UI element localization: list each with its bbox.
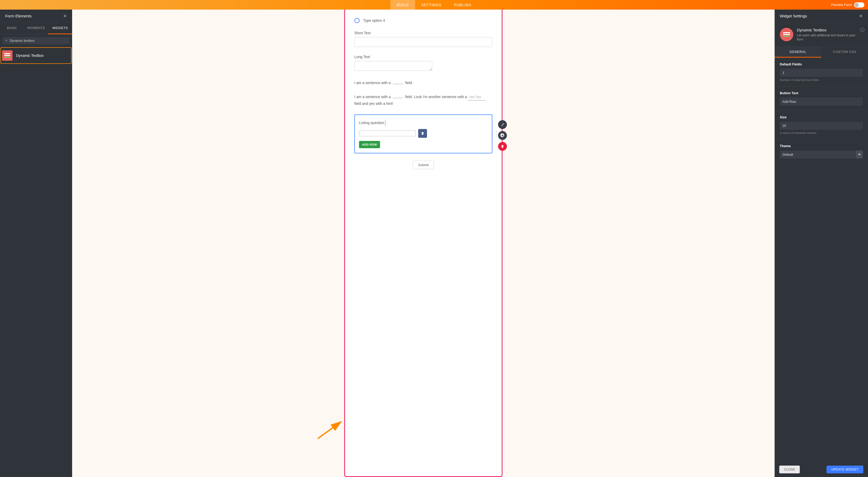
submit-button[interactable]: Submit — [413, 161, 434, 169]
blank-field[interactable] — [393, 98, 403, 98]
dynamic-textbox-icon — [780, 28, 793, 41]
dynamic-textbox-icon — [2, 50, 12, 61]
theme-label: Theme — [780, 144, 863, 148]
theme-dropdown-button[interactable] — [856, 151, 863, 158]
clear-search-icon[interactable]: ✕ — [5, 39, 7, 42]
button-text-input[interactable] — [780, 97, 863, 106]
settings-fab[interactable] — [498, 131, 507, 140]
right-tabs: GENERAL CUSTOM CSS — [775, 47, 868, 58]
theme-select[interactable] — [780, 151, 856, 158]
long-text-label: Long Text — [354, 55, 492, 59]
panel-header-left: Form Elements ✕ — [0, 9, 72, 23]
form-elements-title: Form Elements — [5, 14, 32, 18]
tab-payments[interactable]: PAYMENTS — [24, 23, 48, 34]
widget-settings-title: Widget Settings — [780, 14, 807, 18]
short-text-label: Short Text — [354, 31, 492, 35]
settings-body: Default Fields Number of initial text bo… — [775, 58, 868, 462]
close-button[interactable]: CLOSE — [779, 466, 800, 473]
short-text-input[interactable] — [354, 37, 492, 47]
widget-search: ✕ — [3, 37, 69, 44]
chevron-down-icon — [858, 154, 861, 155]
fill-blank-sentence-2: I am a sentence with a field. Look I'm a… — [354, 95, 486, 106]
tab-general[interactable]: GENERAL — [775, 47, 821, 58]
left-sidebar: Form Elements ✕ BASIC PAYMENTS WIDGETS ✕… — [0, 9, 72, 477]
selected-widget-block[interactable]: Listing question ADD ROW ⋮⋮⋮⋮ — [354, 115, 492, 153]
close-icon[interactable]: ✕ — [63, 13, 67, 19]
wand-button[interactable] — [498, 120, 507, 129]
add-row-button[interactable]: ADD ROW — [359, 141, 380, 148]
form-canvas: Type option 4 Short Text Long Text I am … — [72, 9, 775, 477]
top-bar: BUILD SETTINGS PUBLISH Preview Form — [0, 0, 868, 9]
tab-settings-top[interactable]: SETTINGS — [415, 0, 448, 9]
default-fields-input[interactable] — [780, 69, 863, 77]
left-tabs: BASIC PAYMENTS WIDGETS — [0, 23, 72, 34]
widget-item-label: Dynamic Textbox — [16, 54, 43, 58]
update-widget-button[interactable]: UPDATE WIDGET — [827, 466, 863, 473]
radio-option-4[interactable]: Type option 4 — [354, 18, 492, 23]
default-fields-label: Default Fields — [780, 62, 863, 66]
gear-icon — [500, 133, 504, 138]
widget-description: Dynamic Textbox Let users add additional… — [775, 23, 868, 47]
size-input[interactable] — [780, 122, 863, 130]
preview-label: Preview Form — [831, 3, 852, 7]
tab-custom-css[interactable]: CUSTOM CSS — [821, 47, 868, 58]
top-tabs: BUILD SETTINGS PUBLISH — [391, 0, 477, 9]
trash-icon — [421, 131, 425, 135]
tab-widgets[interactable]: WIDGETS — [48, 23, 72, 34]
default-fields-hint: Number of initial text box fields. — [780, 78, 863, 82]
dynamic-row-input[interactable] — [359, 130, 415, 136]
close-icon[interactable]: ✕ — [859, 13, 863, 19]
delete-fab[interactable] — [498, 142, 507, 151]
tab-publish[interactable]: PUBLISH — [448, 0, 477, 9]
size-label: Size — [780, 115, 863, 119]
long-text-input[interactable] — [354, 61, 432, 71]
wand-icon — [500, 122, 504, 127]
element-actions — [498, 120, 507, 151]
size-hint: In terms of character number. — [780, 131, 863, 135]
right-sidebar: Widget Settings ✕ Dynamic Textbox Let us… — [775, 9, 868, 477]
widget-subdesc: Let users add additional text boxes to y… — [797, 33, 863, 41]
delete-row-button[interactable] — [418, 129, 427, 138]
widget-name: Dynamic Textbox — [797, 28, 863, 32]
radio-label: Type option 4 — [363, 19, 385, 23]
radio-icon — [354, 18, 360, 23]
fill-blank-sentence-1: I am a sentence with a field. — [354, 81, 413, 85]
form-card: Type option 4 Short Text Long Text I am … — [344, 9, 502, 477]
preview-toggle[interactable] — [854, 2, 864, 7]
tab-build[interactable]: BUILD — [391, 0, 415, 9]
tab-basic[interactable]: BASIC — [0, 23, 24, 34]
info-icon[interactable]: i — [860, 28, 864, 32]
listing-question-label[interactable]: Listing question — [359, 121, 385, 125]
trash-icon — [501, 145, 504, 148]
hint-blank-field[interactable]: Hint Text — [468, 94, 486, 100]
drag-handle-icon[interactable]: ⋮⋮⋮⋮ — [491, 130, 499, 138]
annotation-arrow-icon — [316, 419, 345, 440]
svg-line-0 — [318, 422, 341, 439]
widget-item-dynamic-textbox[interactable]: Dynamic Textbox — [1, 47, 71, 64]
preview-form-toggle: Preview Form — [831, 2, 864, 7]
widget-search-input[interactable] — [9, 39, 67, 42]
widget-settings-footer: CLOSE UPDATE WIDGET — [775, 462, 868, 477]
panel-header-right: Widget Settings ✕ — [775, 9, 868, 23]
button-text-label: Button Text — [780, 91, 863, 95]
